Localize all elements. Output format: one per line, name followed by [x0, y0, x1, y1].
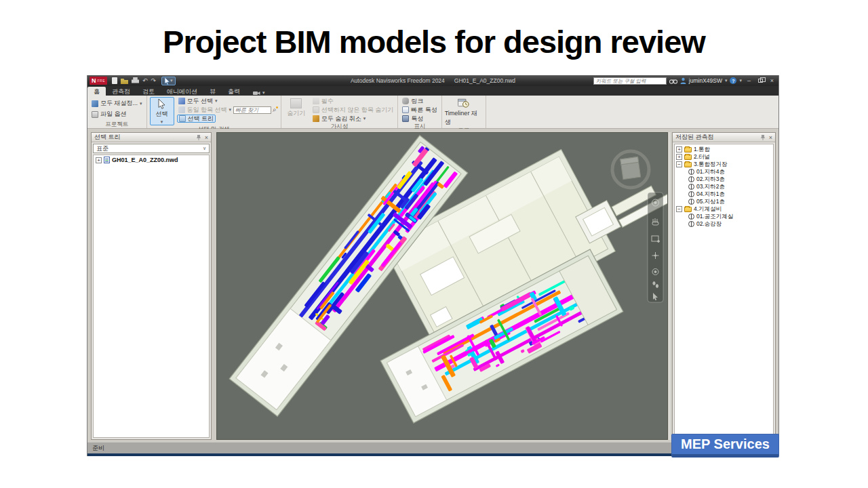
select-all-icon — [178, 98, 185, 104]
saved-viewpoints-panel: 저장된 관측점 × + 1.통합 + — [672, 132, 776, 440]
tab-review[interactable]: 검토 — [136, 87, 161, 96]
collapse-icon[interactable]: − — [676, 161, 682, 167]
expand-icon[interactable]: + — [676, 146, 682, 152]
hide-button[interactable]: 숨기기 — [284, 97, 309, 123]
reset-all-icon — [92, 100, 98, 107]
doc-name: GH01_E_A0_ZZ00.nwd — [454, 77, 515, 84]
pin-icon[interactable] — [760, 134, 766, 140]
select-same-caret: ▾ — [229, 107, 232, 113]
timeliner-clock-icon — [458, 98, 469, 108]
mep-services-label: MEP Services — [681, 436, 770, 452]
minimize-button[interactable]: – — [745, 77, 753, 85]
undo-icon[interactable]: ↶ — [142, 77, 148, 84]
titlebar-right-cluster: juminX49SW ▾ ? ▾ – × — [593, 76, 776, 85]
tree-mode-caret: ∨ — [203, 146, 206, 151]
quick-find-icon[interactable]: ⌕ — [273, 106, 277, 113]
help-dropdown-caret[interactable]: ▾ — [739, 78, 742, 83]
keyword-search-input[interactable] — [593, 77, 667, 85]
redo-icon[interactable]: ↷ — [151, 77, 157, 84]
selection-tree-panel-title: 선택 트리 — [94, 133, 121, 142]
viewpoint-item[interactable]: 05.지상1층 — [676, 198, 773, 205]
app-title: Autodesk Navisworks Freedom 2024 — [351, 77, 445, 84]
viewpoint-icon — [688, 221, 694, 227]
user-dropdown-caret[interactable]: ▾ — [725, 78, 728, 83]
expand-icon[interactable]: + — [676, 154, 682, 160]
quick-find-input[interactable] — [233, 106, 271, 114]
viewpoint-icon — [688, 184, 694, 190]
cursor-icon — [164, 77, 170, 85]
hide-unselected-icon — [313, 106, 319, 113]
panel-close-icon[interactable]: × — [769, 134, 772, 141]
signed-in-username[interactable]: juminX49SW — [689, 77, 722, 84]
viewpoint-item[interactable]: 03.지하2층 — [676, 183, 773, 190]
selection-tree-list: + GH01_E_A0_ZZ00.nwd — [93, 155, 210, 438]
tab-viewpoint[interactable]: 관측점 — [106, 87, 136, 96]
tab-animation[interactable]: 애니메이션 — [161, 87, 203, 96]
tab-output[interactable]: 출력 — [222, 87, 246, 96]
3d-viewport[interactable] — [216, 132, 668, 440]
binoculars-icon[interactable] — [669, 78, 677, 84]
select-cursor-icon — [156, 99, 167, 109]
open-file-icon[interactable] — [121, 77, 128, 84]
expand-icon[interactable]: + — [96, 157, 102, 163]
viewpoint-folder[interactable]: − 4.기계설비 — [676, 205, 773, 213]
ribbon-group-visibility: 숨기기 필수 선택하지 않은 항목 숨기기 모두 숨 — [281, 96, 399, 128]
unhide-all-button[interactable]: 모두 숨김 취소 ▾ — [311, 115, 395, 123]
hide-unselected-button[interactable]: 선택하지 않은 항목 숨기기 — [311, 106, 395, 114]
selection-tree-panel-header: 선택 트리 × — [92, 133, 211, 142]
viewpoint-item[interactable]: 04.지하1층 — [676, 190, 773, 198]
restore-icon — [758, 79, 763, 83]
viewpoint-item[interactable]: 02.승강장 — [676, 220, 773, 228]
new-file-icon[interactable] — [112, 77, 117, 84]
timeliner-playback-button[interactable]: Timeliner 재생 — [445, 97, 483, 127]
tree-mode-dropdown[interactable]: 표준 ∨ — [93, 144, 210, 153]
close-button[interactable]: × — [768, 77, 776, 85]
viewpoint-item[interactable]: 01.지하4층 — [676, 168, 773, 176]
select-all-button[interactable]: 모두 선택 ▾ — [177, 97, 278, 105]
view-cube[interactable] — [612, 151, 649, 188]
help-icon[interactable]: ? — [730, 77, 736, 84]
properties-button[interactable]: 특성 — [401, 115, 439, 123]
reset-all-button[interactable]: 모두 재설정... ▾ — [90, 100, 144, 108]
viewpoint-folder[interactable]: + 2.터널 — [676, 153, 773, 161]
quick-properties-button[interactable]: 빠른 특성 — [401, 106, 439, 114]
quick-find-box: ⌕ — [233, 106, 277, 114]
print-icon[interactable] — [132, 77, 139, 84]
slide: Project BIM models for design review N F… — [0, 0, 868, 488]
ribbon-options-caret: ▾ — [262, 90, 265, 96]
unhide-all-icon — [313, 115, 319, 122]
panel-close-icon[interactable]: × — [205, 134, 208, 141]
links-button[interactable]: 링크 — [401, 97, 439, 105]
main-area: 선택 트리 × 표준 ∨ + GH01_E_A0_ZZ00 — [87, 129, 778, 442]
collapse-icon[interactable]: − — [676, 206, 682, 212]
select-same-button[interactable]: 동일 항목 선택 ▾ ⌕ — [177, 106, 278, 114]
viewpoint-item[interactable]: 02.지하3층 — [676, 176, 773, 183]
select-tool-quick-button[interactable]: ▾ — [161, 77, 176, 85]
model-root-node[interactable]: + GH01_E_A0_ZZ00.nwd — [94, 155, 209, 165]
navisworks-logo-icon[interactable]: N FRE — [90, 77, 107, 85]
saved-viewpoints-title: 저장된 관측점 — [675, 133, 714, 142]
folder-icon — [684, 162, 692, 167]
pin-icon[interactable] — [196, 134, 201, 140]
status-text: 준비 — [92, 444, 104, 453]
viewpoint-folder[interactable]: − 3.통합정거장 — [676, 161, 773, 168]
ribbon-group-display: 링크 빠른 특성 특성 표시 — [398, 96, 442, 128]
viewpoint-item[interactable]: 01.공조기계실 — [676, 213, 773, 220]
restore-button[interactable] — [756, 77, 765, 85]
select-button[interactable]: 선택 ▾ — [150, 97, 174, 125]
model-canvas — [217, 133, 667, 439]
viewpoint-icon — [688, 199, 694, 205]
unhide-all-caret: ▾ — [363, 116, 366, 121]
tab-home[interactable]: 홈 — [87, 87, 106, 96]
selection-tree-panel: 선택 트리 × 표준 ∨ + GH01_E_A0_ZZ00 — [91, 132, 212, 440]
select-dropdown-caret[interactable]: ▾ — [170, 78, 173, 83]
slide-title: Project BIM models for design review — [0, 23, 868, 60]
viewpoint-folder[interactable]: + 1.통합 — [676, 146, 773, 153]
dock-splitter[interactable] — [669, 132, 671, 440]
file-options-button[interactable]: 파일 옵션 — [90, 110, 144, 119]
navigation-toolbar[interactable] — [648, 192, 663, 302]
tab-view[interactable]: 뷰 — [203, 87, 222, 96]
ribbon-display-options[interactable]: ▾ — [253, 90, 265, 96]
selection-tree-button[interactable]: 선택 트리 — [177, 115, 216, 123]
require-button[interactable]: 필수 — [311, 97, 395, 105]
